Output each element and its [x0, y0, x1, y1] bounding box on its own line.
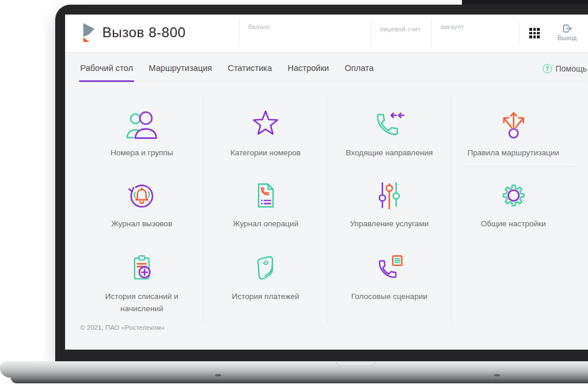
menu-item-label: Журнал операций — [232, 218, 298, 230]
menu-item-label: Журнал вызовов — [111, 218, 172, 230]
menu-item-routing-rules[interactable]: Правила маршрутизации — [451, 96, 575, 167]
voice-script-icon — [374, 251, 405, 285]
menu-item-label: История списаний и начислений — [97, 291, 187, 315]
rostelecom-logo-icon[interactable] — [80, 22, 98, 44]
copyright-text: © 2021, ПАО «Ростелеком» — [80, 324, 165, 331]
wallet-icon — [250, 251, 281, 285]
help-icon — [543, 64, 552, 73]
tab-settings[interactable]: Настройки — [288, 63, 329, 81]
laptop-latch — [336, 361, 375, 366]
app-header: Вызов 8-800 баланс лицевой счет аккаунт — [65, 15, 588, 52]
balance-field-label: баланс — [248, 23, 270, 30]
operations-doc-icon — [250, 179, 281, 212]
users-icon — [125, 108, 159, 141]
laptop-base-edge — [10, 377, 588, 383]
header-divider — [431, 19, 432, 47]
header-divider — [519, 22, 519, 44]
gear-icon — [498, 179, 529, 212]
help-link[interactable]: Помощь — [543, 64, 587, 73]
account-field-label: аккаунт — [440, 23, 464, 30]
menu-item-label: История платежей — [232, 291, 299, 303]
page: Вызов 8-800 баланс лицевой счет аккаунт — [0, 0, 588, 388]
menu-item-call-log[interactable]: Журнал вызовов — [80, 167, 204, 240]
dashboard-grid: Номера и группы Категории номеров — [80, 96, 575, 323]
menu-item-number-categories[interactable]: Категории номеров — [204, 96, 328, 167]
laptop-foot — [494, 374, 500, 376]
sliders-icon — [374, 179, 405, 212]
call-log-bell-icon — [126, 179, 157, 212]
menu-item-label: Общие настройки — [481, 218, 546, 230]
menu-item-label: Управление услугами — [350, 218, 429, 230]
help-label: Помощь — [555, 64, 587, 73]
tab-desktop[interactable]: Рабочий стол — [80, 63, 133, 81]
app-window: Вызов 8-800 баланс лицевой счет аккаунт — [65, 15, 588, 350]
menu-item-label: Правила маршрутизации — [467, 147, 559, 159]
menu-item-voice-scenarios[interactable]: Голосовые сценарии — [328, 240, 451, 323]
logout-icon — [562, 24, 572, 33]
logout-label: Выход — [552, 34, 582, 41]
menu-item-label: Голосовые сценарии — [351, 291, 427, 303]
routing-arrows-icon — [498, 108, 529, 141]
main-nav: Рабочий стол Маршрутизация Статистика На… — [80, 54, 587, 81]
menu-item-label: Категории номеров — [230, 147, 300, 159]
menu-item-label: Номера и группы — [110, 147, 173, 159]
menu-item-label: Входящие направления — [346, 147, 433, 159]
menu-item-payment-history[interactable]: История платежей — [204, 240, 328, 323]
laptop-foot — [215, 374, 221, 376]
app-title: Вызов 8-800 — [102, 24, 186, 41]
incoming-call-icon — [374, 108, 405, 141]
menu-item-incoming-directions[interactable]: Входящие направления — [328, 96, 451, 167]
header-divider — [239, 19, 240, 47]
clipboard-plus-icon — [126, 251, 157, 285]
apps-grid-icon[interactable] — [529, 28, 540, 38]
star-icon — [250, 108, 281, 141]
logout-button[interactable]: Выход — [552, 24, 582, 41]
tab-routing[interactable]: Маршрутизация — [149, 63, 212, 81]
laptop-frame: Вызов 8-800 баланс лицевой счет аккаунт — [55, 5, 588, 361]
menu-item-numbers-groups[interactable]: Номера и группы — [80, 96, 204, 167]
empty-cell — [451, 240, 575, 323]
tab-payment[interactable]: Оплата — [345, 63, 374, 81]
menu-item-service-management[interactable]: Управление услугами — [328, 167, 451, 240]
personal-account-field-label: лицевой счет — [379, 26, 421, 33]
menu-item-charges-history[interactable]: История списаний и начислений — [80, 240, 204, 323]
header-divider — [371, 19, 371, 47]
tab-statistics[interactable]: Статистика — [228, 63, 272, 81]
menu-item-general-settings[interactable]: Общие настройки — [451, 167, 575, 240]
menu-item-operations-log[interactable]: Журнал операций — [204, 167, 328, 240]
